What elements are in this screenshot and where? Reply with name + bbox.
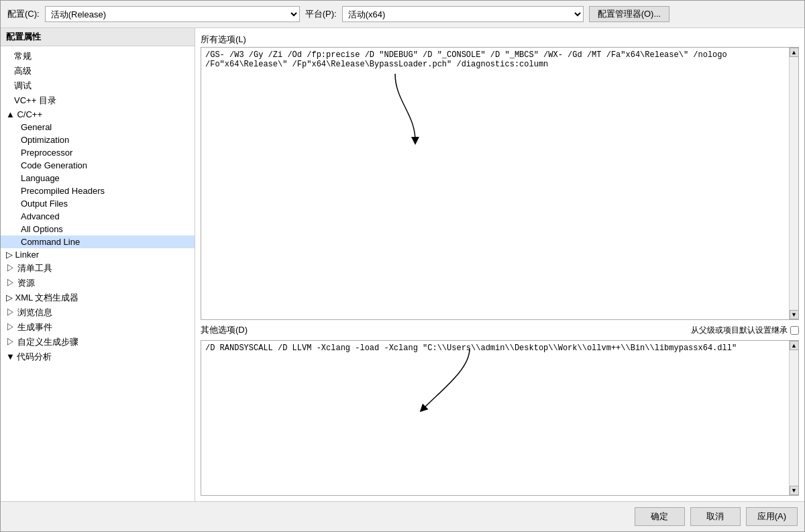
tree-item-custom-build-group[interactable]: ▷ 自定义生成步骤: [1, 335, 195, 350]
inherit-checkbox-area: 从父级或项目默认设置继承: [691, 325, 799, 336]
config-label: 配置(C):: [7, 8, 40, 20]
config-manager-button[interactable]: 配置管理器(O)...: [589, 6, 670, 22]
other-scrollbar-up-arrow[interactable]: ▲: [790, 341, 799, 350]
all-options-textarea[interactable]: [201, 48, 798, 319]
tree-item-cpp-precompiled[interactable]: Precompiled Headers: [1, 184, 195, 197]
platform-label: 平台(P):: [305, 8, 337, 20]
other-scrollbar-down-arrow[interactable]: ▼: [790, 486, 799, 495]
tree-item-xml-group[interactable]: ▷ XML 文档生成器: [1, 290, 195, 305]
right-panel: 所有选项(L) ▲ ▼ 其他选项(D: [195, 28, 804, 501]
tree-item-linker-group[interactable]: ▷ Linker: [1, 248, 195, 261]
all-options-label: 所有选项(L): [201, 34, 799, 46]
top-bar: 配置(C): 活动(Release) 平台(P): 活动(x64) 配置管理器(…: [1, 1, 804, 28]
tree-area[interactable]: 常规高级调试VC++ 目录▲ C/C++GeneralOptimizationP…: [1, 46, 195, 501]
inherit-checkbox[interactable]: [790, 326, 799, 335]
tree-item-advanced-prop[interactable]: 高级: [1, 64, 195, 78]
scrollbar-down-arrow[interactable]: ▼: [790, 310, 799, 319]
tree-item-general[interactable]: 常规: [1, 49, 195, 64]
tree-item-manifest-group[interactable]: ▷ 清单工具: [1, 261, 195, 276]
tree-item-debug[interactable]: 调试: [1, 78, 195, 93]
apply-button[interactable]: 应用(A): [746, 507, 798, 526]
all-options-scrollbar[interactable]: ▲ ▼: [789, 48, 798, 319]
tree-item-cpp-general[interactable]: General: [1, 121, 195, 134]
inherit-label: 从父级或项目默认设置继承: [691, 325, 788, 336]
tree-item-cpp-cmdline[interactable]: Command Line: [1, 235, 195, 248]
other-options-label: 其他选项(D): [201, 324, 248, 336]
other-options-textarea[interactable]: [201, 341, 798, 495]
config-props-header: 配置属性: [6, 32, 41, 42]
ok-button[interactable]: 确定: [635, 507, 685, 526]
tree-item-code-analysis-group[interactable]: ▼ 代码分析: [1, 350, 195, 364]
tree-item-build-events-group[interactable]: ▷ 生成事件: [1, 320, 195, 335]
cancel-button[interactable]: 取消: [690, 507, 741, 526]
scrollbar-up-arrow[interactable]: ▲: [790, 48, 799, 57]
main-content: 配置属性 常规高级调试VC++ 目录▲ C/C++GeneralOptimiza…: [1, 28, 804, 501]
tree-item-cpp-group[interactable]: ▲ C/C++: [1, 108, 195, 121]
bottom-section-header: 其他选项(D) 从父级或项目默认设置继承: [201, 324, 799, 337]
other-options-scrollbar[interactable]: ▲ ▼: [789, 341, 798, 495]
tree-item-cpp-alloptions[interactable]: All Options: [1, 223, 195, 235]
tree-item-resources-group[interactable]: ▷ 资源: [1, 276, 195, 290]
config-select[interactable]: 活动(Release): [45, 6, 300, 22]
tree-item-browse-group[interactable]: ▷ 浏览信息: [1, 305, 195, 320]
tree-item-cpp-optimization[interactable]: Optimization: [1, 134, 195, 146]
bottom-buttons: 确定 取消 应用(A): [1, 501, 804, 531]
left-panel-header: 配置属性: [1, 28, 195, 46]
other-options-container: ▲ ▼: [201, 340, 799, 496]
bottom-section: 其他选项(D) 从父级或项目默认设置继承 ▲ ▼: [201, 324, 799, 496]
tree-item-vc-dirs[interactable]: VC++ 目录: [1, 93, 195, 108]
tree-item-cpp-preprocessor[interactable]: Preprocessor: [1, 146, 195, 159]
tree-item-cpp-language[interactable]: Language: [1, 172, 195, 184]
tree-item-cpp-codegen[interactable]: Code Generation: [1, 159, 195, 172]
platform-select[interactable]: 活动(x64): [342, 6, 584, 22]
tree-item-cpp-output[interactable]: Output Files: [1, 197, 195, 210]
left-panel: 配置属性 常规高级调试VC++ 目录▲ C/C++GeneralOptimiza…: [1, 28, 195, 501]
tree-item-cpp-advanced[interactable]: Advanced: [1, 210, 195, 223]
all-options-container: ▲ ▼: [201, 47, 799, 320]
